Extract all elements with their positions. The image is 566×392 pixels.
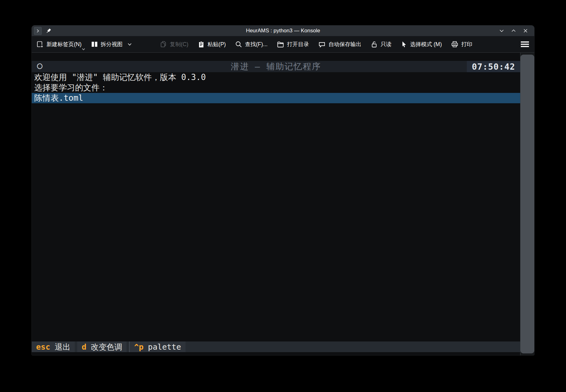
autosave-output-button[interactable]: 自动保存输出 [318,40,361,48]
split-view-icon [91,41,98,48]
speech-bubble-icon [318,41,326,48]
tui-header-icon[interactable]: ⭘ [32,62,43,71]
search-icon [235,41,242,48]
unlock-icon [371,41,378,48]
folder-icon [277,41,284,48]
printer-icon [451,41,458,48]
select-mode-label: 选择模式 (M) [410,40,442,48]
tui-clock: 07:50:42 [467,61,520,72]
hamburger-icon [520,41,529,47]
minimize-button[interactable] [499,28,504,33]
find-button[interactable]: 查找(F)... [235,40,267,48]
find-label: 查找(F)... [245,40,267,48]
terminal-area: ⭘ 潜进 – 辅助记忆程序 07:50:42 欢迎使用 "潜进" 辅助记忆软件，… [32,53,534,355]
theme-label: 改变色调 [91,342,122,352]
tui-footer: esc 退出 d 改变色调 ^p palette [32,341,520,352]
new-tab-icon [37,41,44,48]
file-list-item-selected[interactable]: 陈情表.toml [32,93,520,103]
scrollbar-track[interactable] [520,53,534,355]
tui-app: ⭘ 潜进 – 辅助记忆程序 07:50:42 欢迎使用 "潜进" 辅助记忆软件，… [32,53,520,355]
prompt-line: 选择要学习的文件： [32,83,520,93]
footer-binding-palette[interactable]: ^p palette [129,341,185,352]
toolbar: 新建标签页(N) 拆分视图 复制(C) [32,36,534,53]
quit-label: 退出 [55,342,70,352]
tui-header: ⭘ 潜进 – 辅助记忆程序 07:50:42 [32,61,520,72]
palette-label: palette [148,342,181,352]
read-only-label: 只读 [380,40,391,48]
copy-label: 复制(C) [170,40,188,48]
tui-app-title: 潜进 – 辅助记忆程序 [32,61,520,72]
key-d: d [82,342,86,352]
maximize-button[interactable] [511,28,516,33]
footer-binding-quit[interactable]: esc 退出 [32,341,75,352]
paste-button[interactable]: 粘贴(P) [198,40,226,48]
autosave-output-label: 自动保存输出 [328,40,361,48]
close-button[interactable] [523,28,528,33]
print-button[interactable]: 打印 [451,40,472,48]
read-only-button[interactable]: 只读 [371,40,391,48]
open-directory-button[interactable]: 打开目录 [277,40,309,48]
window-title: HeurAMS : python3 — Konsole [32,28,534,34]
titlebar: HeurAMS : python3 — Konsole [32,25,534,36]
chevron-down-icon [82,48,85,51]
print-label: 打印 [461,40,472,48]
new-tab-button[interactable]: 新建标签页(N) [37,40,82,48]
copy-button: 复制(C) [160,40,188,48]
footer-binding-theme[interactable]: d 改变色调 [77,341,127,352]
cursor-arrow-icon [401,41,407,48]
split-view-button[interactable]: 拆分视图 [91,40,132,48]
paste-icon [198,41,205,48]
konsole-window: HeurAMS : python3 — Konsole 新建标签页(N) [31,25,535,356]
welcome-line: 欢迎使用 "潜进" 辅助记忆软件，版本 0.3.0 [32,72,520,83]
paste-label: 粘贴(P) [208,40,226,48]
select-mode-button[interactable]: 选择模式 (M) [401,40,442,48]
terminal-empty-space [32,103,520,341]
chevron-down-icon [127,43,132,46]
split-view-label: 拆分视图 [101,40,123,48]
key-ctrl-p: ^p [134,342,143,352]
key-esc: esc [36,342,50,352]
scrollbar-thumb[interactable] [520,55,534,353]
copy-icon [160,41,167,48]
menu-button[interactable] [520,41,529,47]
open-directory-label: 打开目录 [287,40,309,48]
new-tab-label: 新建标签页(N) [46,40,82,48]
